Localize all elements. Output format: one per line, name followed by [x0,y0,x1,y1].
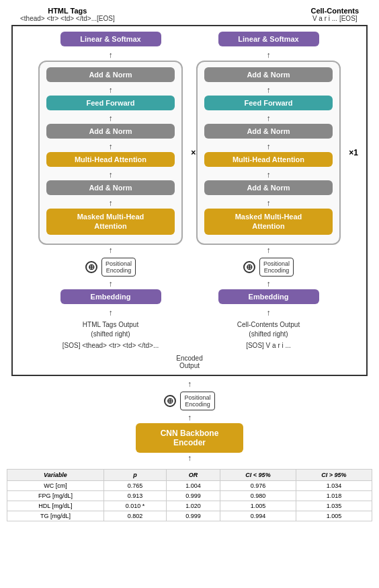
right-title: Cell-Contents [311,7,360,15]
left-subtitle: <thead> <tr> <td> </td>...[EOS] [20,15,115,22]
cnn-plus-row: ⊕ PositionalEncoding [164,392,214,410]
cnn-arrow-2: ↑ [187,413,192,422]
table-cell: 1.035 [296,501,372,511]
table-cell: 0.802 [103,511,166,521]
la3: ↑ [46,142,175,151]
table-row: TG [mg/dL]0.8020.9990.9941.005 [7,511,372,521]
ra5: ↑ [204,198,333,208]
cnn-pos-enc: PositionalEncoding [180,392,214,410]
left-linear-softmax: Linear & Softmax [60,32,161,46]
left-add-norm-2: Add & Norm [46,124,175,139]
right-add-norm-1: Add & Norm [204,67,333,82]
table-cell: 0.999 [167,490,220,501]
table-cell: 0.913 [103,490,166,501]
la5: ↑ [46,198,175,208]
right-decoder-column: Linear & Softmax ↑ ×1 Add & Norm ↑ Feed … [196,32,341,351]
diagram-container: HTML Tags <thead> <tr> <td> </td>...[EOS… [0,0,379,525]
table-cell: 1.018 [296,490,372,501]
table-cell: 1.005 [220,501,296,511]
right-decoder-block: ×1 Add & Norm ↑ Feed Forward ↑ Add & Nor… [196,61,341,245]
left-linear-softmax-wrapper: Linear & Softmax [60,32,161,46]
right-embedding-wrapper: Embedding [218,289,319,304]
left-feed-forward: Feed Forward [46,96,175,110]
right-add-norm-2: Add & Norm [204,124,333,139]
left-arrow-1: ↑ [109,50,113,60]
left-plus-row: ⊕ PositionalEncoding [85,258,136,277]
la8: ↑ [109,308,113,318]
cnn-arrow-3: ↑ [187,453,192,463]
left-multi-head-attention: Multi-Head Attention [46,152,175,167]
cnn-plus-circle: ⊕ [164,395,176,407]
col-variable: Variable [7,469,104,480]
table-cell: 1.004 [167,480,220,490]
right-subtitle: V a r i ... [EOS] [311,15,360,22]
left-embedding-wrapper: Embedding [60,289,161,304]
right-pos-enc: PositionalEncoding [259,258,294,277]
table-cell: 1.020 [167,501,220,511]
la4: ↑ [46,170,175,180]
right-masked-multi-head: Masked Multi-HeadAttention [204,209,333,235]
table-cell: FPG [mg/dL] [7,490,104,501]
cnn-section: ↑ ⊕ PositionalEncoding ↑ CNN BackboneEnc… [11,379,368,464]
table-row: WC [cm]0.7651.0040.9761.034 [7,480,372,490]
left-plus-circle: ⊕ [85,261,97,273]
right-title-block: Cell-Contents V a r i ... [EOS] [311,7,360,22]
cnn-arrow-1: ↑ [187,379,192,389]
right-feed-forward: Feed Forward [204,96,333,110]
table-body: WC [cm]0.7651.0040.9761.034FPG [mg/dL]0.… [7,480,372,521]
right-embedding: Embedding [218,289,319,304]
left-output-text: [SOS] <thead> <tr> <td> </td>... [62,341,159,351]
la7: ↑ [109,279,113,289]
table-cell: WC [cm] [7,480,104,490]
la1: ↑ [46,85,175,95]
right-linear-softmax: Linear & Softmax [218,32,319,46]
outer-box: Linear & Softmax ↑ ×3 Add & Norm ↑ Feed … [11,25,368,376]
left-output-label: HTML Tags Output(shifted right) [83,320,138,339]
left-add-norm-3: Add & Norm [46,180,175,195]
ra8: ↑ [267,308,271,318]
table-cell: TG [mg/dL] [7,511,104,521]
table-cell: HDL [mg/dL] [7,501,104,511]
table-header: Variable p OR CI < 95% CI > 95% [7,469,372,480]
left-decoder-block: ×3 Add & Norm ↑ Feed Forward ↑ Add & Nor… [38,61,183,245]
col-ci-high: CI > 95% [296,469,372,480]
la6: ↑ [109,246,113,255]
data-table: Variable p OR CI < 95% CI > 95% WC [cm]0… [7,469,372,521]
table-row: HDL [mg/dL]0.010 *1.0201.0051.035 [7,501,372,511]
right-linear-softmax-wrapper: Linear & Softmax [218,32,319,46]
right-multiplier: ×1 [349,148,358,157]
left-masked-multi-head: Masked Multi-HeadAttention [46,209,175,235]
top-labels: HTML Tags <thead> <tr> <td> </td>...[EOS… [7,7,372,22]
left-embedding: Embedding [60,289,161,304]
ra4: ↑ [204,170,333,180]
table-cell: 0.999 [167,511,220,521]
ra7: ↑ [267,279,271,289]
right-plus-row: ⊕ PositionalEncoding [243,258,294,277]
col-ci-low: CI < 95% [220,469,296,480]
ra3: ↑ [204,142,333,151]
right-add-norm-3: Add & Norm [204,180,333,195]
left-decoder-column: Linear & Softmax ↑ ×3 Add & Norm ↑ Feed … [38,32,183,351]
col-p: p [103,469,166,480]
left-add-norm-1: Add & Norm [46,67,175,82]
right-output-label: Cell-Contents Output(shifted right) [237,320,300,339]
right-plus-circle: ⊕ [243,261,255,273]
left-title-block: HTML Tags <thead> <tr> <td> </td>...[EOS… [20,7,115,22]
table-cell: 0.765 [103,480,166,490]
table-header-row: Variable p OR CI < 95% CI > 95% [7,469,372,480]
right-output-text: [SOS] V a r i ... [246,341,291,351]
la2: ↑ [46,114,175,123]
table-row: FPG [mg/dL]0.9130.9990.9801.018 [7,490,372,501]
right-multi-head-attention: Multi-Head Attention [204,152,333,167]
encoded-output-label: Encoded Output [176,355,202,369]
decoders-inner-row: Linear & Softmax ↑ ×3 Add & Norm ↑ Feed … [17,32,362,351]
table-cell: 0.010 * [103,501,166,511]
right-arrow-1: ↑ [267,50,271,60]
ra2: ↑ [204,114,333,123]
cnn-backbone-encoder: CNN BackboneEncoder [136,423,243,453]
decoders-and-encodedoutput: Linear & Softmax ↑ ×3 Add & Norm ↑ Feed … [17,32,362,369]
ra1: ↑ [204,85,333,95]
table-cell: 1.034 [296,480,372,490]
ra6: ↑ [267,246,271,255]
encoded-output-row: Encoded Output [176,355,202,369]
